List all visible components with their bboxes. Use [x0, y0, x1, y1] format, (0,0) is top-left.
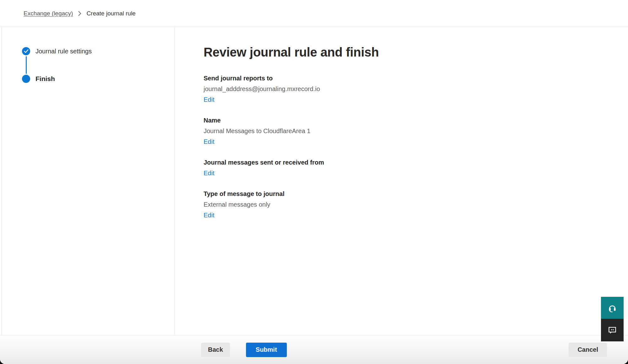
cancel-button[interactable]: Cancel: [569, 343, 607, 357]
section-label: Send journal reports to: [204, 73, 609, 84]
review-section-name: Name Journal Messages to CloudflareArea …: [204, 115, 609, 147]
content-area: Journal rule settings Finish Review jour…: [0, 27, 628, 335]
section-value: journal_adddress@journaling.mxrecord.io: [204, 84, 609, 94]
step-label: Finish: [35, 75, 55, 83]
breadcrumb: Exchange (legacy) Create journal rule: [0, 0, 628, 27]
edit-link[interactable]: Edit: [204, 136, 214, 147]
review-pane: Review journal rule and finish Send jour…: [175, 27, 628, 335]
breadcrumb-current: Create journal rule: [86, 10, 135, 17]
step-label: Journal rule settings: [35, 48, 92, 55]
review-section-send-reports-to: Send journal reports to journal_adddress…: [204, 73, 609, 105]
chat-icon: [608, 325, 617, 335]
edit-link[interactable]: Edit: [204, 94, 214, 105]
section-label: Name: [204, 115, 609, 126]
help-button[interactable]: [601, 297, 624, 319]
section-value: Journal Messages to CloudflareArea 1: [204, 126, 609, 136]
step-current-dot-icon: [22, 75, 30, 83]
app-window: Exchange (legacy) Create journal rule Jo…: [0, 0, 628, 364]
back-button[interactable]: Back: [201, 343, 230, 357]
edit-link[interactable]: Edit: [204, 168, 214, 178]
feedback-button[interactable]: [601, 319, 624, 341]
headset-icon: [608, 303, 617, 312]
review-section-sent-or-received-from: Journal messages sent or received from E…: [204, 157, 609, 178]
section-label: Journal messages sent or received from: [204, 157, 609, 168]
review-section-message-type: Type of message to journal External mess…: [204, 188, 609, 220]
section-label: Type of message to journal: [204, 188, 609, 199]
wizard-step-finish[interactable]: Finish: [22, 75, 174, 83]
step-connector-line: [26, 56, 27, 74]
edit-link[interactable]: Edit: [204, 210, 214, 220]
submit-button[interactable]: Submit: [246, 343, 287, 357]
chevron-right-icon: [78, 11, 81, 16]
page-title: Review journal rule and finish: [204, 44, 609, 60]
breadcrumb-parent-link[interactable]: Exchange (legacy): [24, 10, 73, 17]
wizard-steps-sidebar: Journal rule settings Finish: [0, 27, 175, 335]
section-value: External messages only: [204, 199, 609, 210]
action-bar: Back Submit Cancel: [0, 335, 628, 364]
wizard-step-journal-rule-settings[interactable]: Journal rule settings: [22, 47, 174, 55]
step-completed-check-icon: [22, 47, 30, 55]
